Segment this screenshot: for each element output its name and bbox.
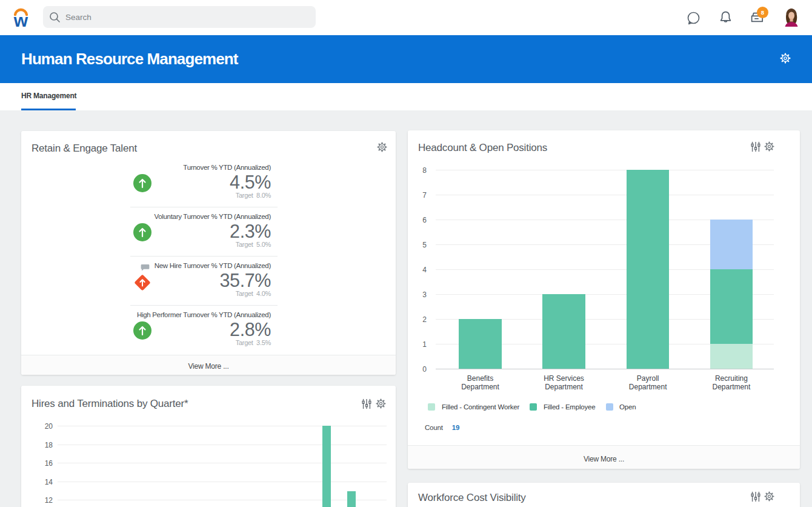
svg-text:w: w [13,10,28,29]
